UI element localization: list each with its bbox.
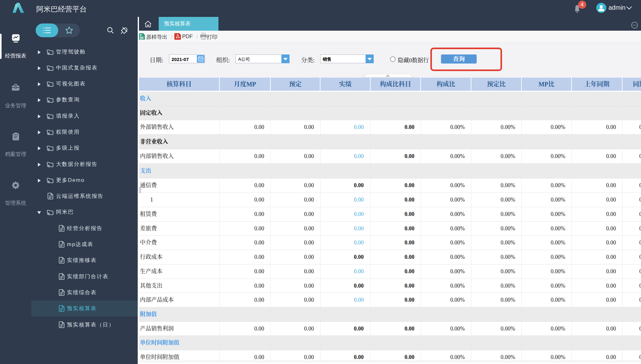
svg-text:E: E xyxy=(140,33,142,37)
